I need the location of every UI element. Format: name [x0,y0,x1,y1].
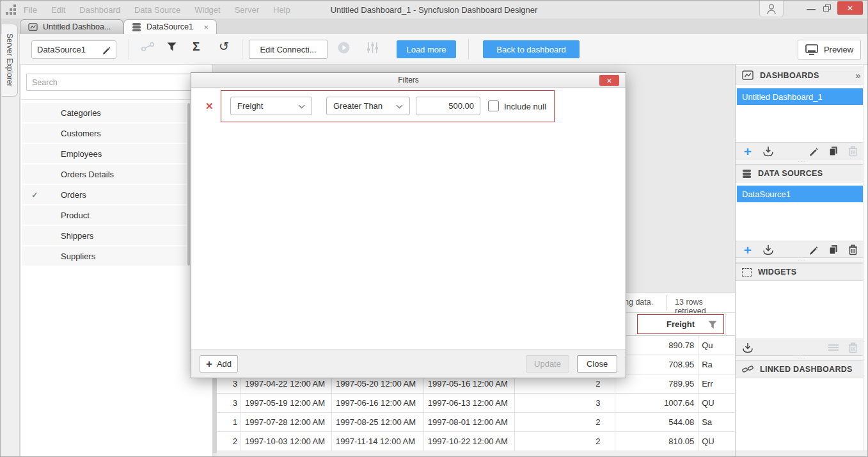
open-datasource-icon[interactable] [761,243,775,256]
include-null-checkbox[interactable] [488,100,499,111]
table-label: Suppliers [61,252,95,261]
menu-server[interactable]: Server [235,5,259,15]
menu-data-source[interactable]: Data Source [134,5,180,15]
preview-button[interactable]: Preview [798,40,861,60]
table-row[interactable]: 21997-10-03 12:00 AM1997-11-14 12:00 AM1… [217,432,735,451]
edit-connection-button[interactable]: Edit Connecti... [249,40,327,59]
table-item-employees[interactable]: Employees [22,144,186,163]
collapse-panel-icon[interactable]: » [855,70,861,81]
cell: Ra [698,355,735,374]
dashboards-section-header[interactable]: DASHBOARDS » [736,67,868,84]
menu-edit[interactable]: Edit [51,5,65,15]
expression-sigma-icon[interactable]: Σ [193,40,200,52]
table-item-categories[interactable]: Categories [22,103,186,122]
delete-dashboard-icon[interactable] [846,145,860,157]
tab-datasource1[interactable]: DataSource1 × [123,19,217,34]
tab-label: DataSource1 [146,22,193,31]
duplicate-datasource-icon[interactable] [826,243,840,256]
add-datasource-button[interactable]: + [741,243,755,256]
freight-column-header[interactable]: Freight [637,314,724,334]
linked-dashboards-title: LINKED DASHBOARDS [760,365,853,374]
sidebar-scrollbar[interactable] [187,103,190,266]
edit-datasource-icon[interactable] [806,243,820,256]
filter-operator-value: Greater Than [333,101,383,111]
search-input[interactable] [26,74,208,91]
status-separator [666,295,667,310]
open-dashboard-icon[interactable] [761,145,775,157]
table-item-suppliers[interactable]: Suppliers [22,246,186,266]
tab-untitled-dashboard[interactable]: Untitled Dashboa... [20,19,123,34]
dashboard-list-item-selected[interactable]: Untitled Dashboard_1 [737,88,863,105]
panel-splitter[interactable]: ··· [736,257,868,263]
column-filter-icon[interactable] [708,321,717,329]
run-query-icon[interactable] [337,41,351,54]
tab-close-icon[interactable]: × [203,22,209,32]
filter-operator-dropdown[interactable]: Greater Than [326,97,410,115]
edit-dashboard-icon[interactable] [806,145,820,157]
account-button[interactable] [759,1,784,17]
cell: 1997-07-28 12:00 AM [241,413,332,432]
restore-button[interactable] [823,4,831,12]
window-close-button[interactable]: ✕ [837,1,863,15]
duplicate-dashboard-icon[interactable] [826,145,840,157]
table-item-product[interactable]: Product [22,205,186,225]
data-sources-section-header[interactable]: DATA SOURCES [736,164,868,182]
panel-splitter[interactable]: ··· [736,159,868,164]
table-row[interactable]: 11997-07-28 12:00 AM1997-08-25 12:00 AM1… [217,413,735,432]
server-explorer-tab[interactable]: Server Explorer [2,24,18,97]
minimize-button[interactable] [807,9,816,10]
update-button[interactable]: Update [526,355,569,373]
dashboard-icon [28,23,38,31]
close-button[interactable]: Close [577,355,617,373]
chevron-down-icon [397,102,403,109]
dashboards-toolbar: + [736,142,868,159]
delete-widget-icon[interactable] [846,341,860,354]
filters-dialog-close-button[interactable]: ✕ [599,75,619,86]
load-more-button[interactable]: Load more [397,40,456,58]
menu-file[interactable]: File [24,5,37,15]
menu-widget[interactable]: Widget [194,5,220,15]
cell: QU [698,432,735,451]
data-sources-title: DATA SOURCES [758,169,823,178]
widget-list-icon[interactable] [826,341,840,354]
filter-icon[interactable] [167,42,177,51]
table-item-customers[interactable]: Customers [22,124,186,143]
filter-column-dropdown[interactable]: Freight [230,97,312,115]
delete-datasource-icon[interactable] [846,243,860,256]
import-widget-icon[interactable] [741,341,755,354]
title-bar: File Edit Dashboard Data Source Widget S… [1,1,867,19]
linked-dashboards-section-header[interactable]: LINKED DASHBOARDS [736,360,868,378]
table-row[interactable]: 31997-05-19 12:00 AM1997-06-16 12:00 AM1… [217,394,735,413]
widgets-toolbar [736,339,868,355]
datasource-toolbar: DataSource1 Σ ↺ Edit Connecti... Load mo… [20,34,868,65]
add-dashboard-button[interactable]: + [741,145,755,157]
filters-dialog-titlebar[interactable]: Filters [191,73,626,88]
person-icon [766,3,777,15]
dashboard-icon [742,70,754,81]
filter-column-value: Freight [237,101,263,111]
datasource-list-item-selected[interactable]: DataSource1 [737,186,863,202]
add-filter-button[interactable]: + Add [200,355,238,373]
table-item-orders[interactable]: ✓Orders [22,185,186,204]
join-tables-icon[interactable] [141,42,155,52]
settings-sliders-icon[interactable] [367,42,379,53]
menu-bar: File Edit Dashboard Data Source Widget S… [24,1,290,19]
cell: 1997-10-22 12:00 AM [424,432,515,451]
remove-filter-icon[interactable]: ✕ [205,100,214,112]
menu-dashboard[interactable]: Dashboard [79,5,120,15]
menu-help[interactable]: Help [273,5,290,15]
table-label: Categories [61,108,101,118]
freight-header-label: Freight [667,319,695,329]
table-item-orders-details[interactable]: Orders Details [22,164,186,184]
widgets-section-header[interactable]: WIDGETS [736,263,868,281]
table-label: Shippers [61,231,93,241]
back-to-dashboard-button[interactable]: Back to dashboard [483,40,580,58]
cell: 2 [217,432,241,451]
filter-value-input[interactable] [416,97,480,115]
refresh-icon[interactable]: ↺ [219,40,229,52]
table-item-shippers[interactable]: Shippers [22,226,186,245]
grid-horizontal-scrollbar[interactable] [217,451,735,457]
cell: 1997-08-01 12:00 AM [424,413,515,432]
monitor-icon [805,44,818,55]
datasource-name-field[interactable]: DataSource1 [31,40,116,59]
